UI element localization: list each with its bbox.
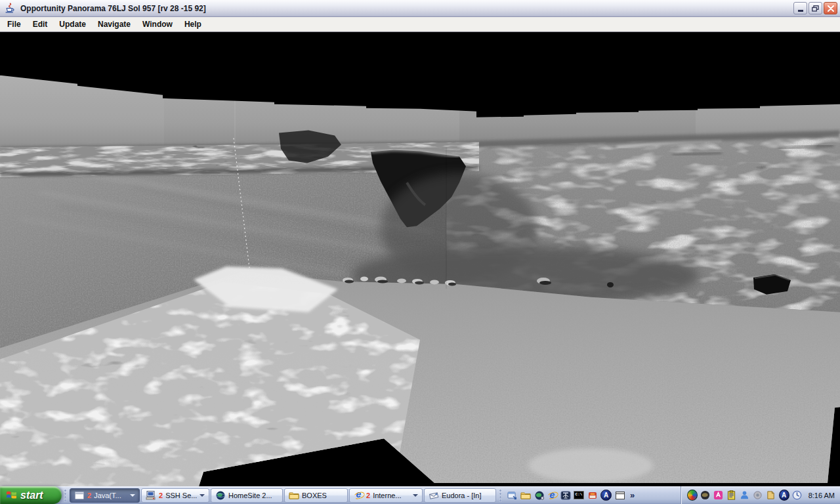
- media-device-icon[interactable]: [587, 490, 598, 501]
- mail-envelope-icon: [429, 490, 439, 501]
- globe-icon[interactable]: [534, 490, 545, 501]
- taskbar-button-label: Interne...: [373, 492, 410, 499]
- taskbar-button-ssh[interactable]: 2 SSH Se...: [141, 488, 209, 503]
- app-window-icon: [74, 490, 85, 501]
- close-icon: [828, 5, 834, 12]
- window-title: Opportunity Panorama 76LJ Sol 957 [rv 28…: [20, 4, 792, 13]
- taskbar-clock[interactable]: 8:16 AM: [808, 492, 835, 499]
- java-coffee-icon: [5, 3, 16, 14]
- restore-button[interactable]: [808, 2, 822, 14]
- taskbar: start 2 Java(T... 2 SSH Se... HomeSite 2…: [0, 486, 840, 504]
- command-prompt-icon[interactable]: C:\: [574, 491, 584, 499]
- group-count-badge: 2: [366, 492, 370, 499]
- globe-tray-icon[interactable]: [700, 490, 711, 501]
- folder-icon: [289, 490, 299, 501]
- group-count-badge: 2: [87, 492, 91, 499]
- color-swirl-tray-icon[interactable]: [687, 490, 698, 501]
- taskbar-button-label: Eudora - [In]: [442, 492, 492, 499]
- speaker-tray-icon[interactable]: [753, 490, 763, 501]
- taskbar-button-label: Java(T...: [94, 492, 127, 499]
- terminal-computer-icon: [146, 490, 156, 501]
- menu-window[interactable]: Window: [136, 18, 178, 31]
- minimize-icon: [798, 10, 803, 12]
- quick-launch-toolbar: e C:\ A »: [504, 490, 639, 501]
- system-tray: A 8:16 AM: [681, 486, 840, 504]
- toolbar-grip[interactable]: [64, 489, 67, 502]
- close-button[interactable]: [824, 2, 837, 14]
- taskbar-button-java[interactable]: 2 Java(T...: [70, 488, 140, 503]
- taskbar-button-internet[interactable]: e 2 Interne...: [349, 488, 423, 503]
- app-window: Opportunity Panorama 76LJ Sol 957 [rv 28…: [0, 0, 840, 486]
- start-label: start: [20, 490, 43, 501]
- menu-edit[interactable]: Edit: [27, 18, 54, 31]
- chevron-down-icon: [130, 494, 135, 497]
- chevron-down-icon: [413, 494, 418, 497]
- mars-panorama-image: [0, 32, 840, 486]
- taskbar-button-boxes[interactable]: BOXES: [284, 488, 348, 503]
- document-tray-icon[interactable]: [766, 490, 776, 501]
- menu-file[interactable]: File: [1, 18, 27, 31]
- minimize-button[interactable]: [793, 2, 807, 14]
- taskbar-button-label: HomeSite 2...: [228, 492, 278, 499]
- person-tray-icon[interactable]: [740, 490, 750, 501]
- taskbar-button-label: SSH Se...: [165, 492, 197, 499]
- internet-explorer-icon: e: [354, 490, 364, 500]
- etv-app-icon[interactable]: [560, 490, 571, 501]
- internet-explorer-icon[interactable]: e: [547, 490, 557, 500]
- title-bar[interactable]: Opportunity Panorama 76LJ Sol 957 [rv 28…: [0, 0, 840, 17]
- app-window-icon[interactable]: [614, 490, 625, 501]
- chevron-down-icon: [200, 494, 205, 497]
- menu-update[interactable]: Update: [53, 18, 92, 31]
- a-badge-tray-icon[interactable]: A: [779, 490, 789, 501]
- globe-icon: [215, 490, 226, 501]
- taskbar-button-label: BOXES: [302, 492, 343, 499]
- windows-flag-icon: [6, 490, 17, 501]
- panorama-viewport[interactable]: [0, 32, 840, 486]
- clock-tray-icon[interactable]: [792, 490, 803, 501]
- clipboard-tray-icon[interactable]: [726, 490, 737, 501]
- show-desktop-icon[interactable]: [506, 490, 517, 501]
- menu-help[interactable]: Help: [178, 18, 207, 31]
- group-count-badge: 2: [159, 492, 163, 499]
- menu-bar: File Edit Update Navigate Window Help: [0, 17, 840, 32]
- toolbar-grip[interactable]: [499, 489, 502, 502]
- toolbar-overflow-chevron[interactable]: »: [628, 491, 637, 499]
- folder-icon[interactable]: [520, 490, 531, 501]
- menu-navigate[interactable]: Navigate: [92, 18, 136, 31]
- a-badge-app-icon[interactable]: A: [600, 490, 612, 501]
- restore-icon: [812, 5, 819, 12]
- start-button[interactable]: start: [0, 486, 62, 504]
- desktop: Opportunity Panorama 76LJ Sol 957 [rv 28…: [0, 0, 840, 504]
- taskbar-button-eudora[interactable]: Eudora - [In]: [424, 488, 496, 503]
- pink-app-tray-icon[interactable]: [713, 490, 724, 501]
- taskbar-button-homesite[interactable]: HomeSite 2...: [211, 488, 283, 503]
